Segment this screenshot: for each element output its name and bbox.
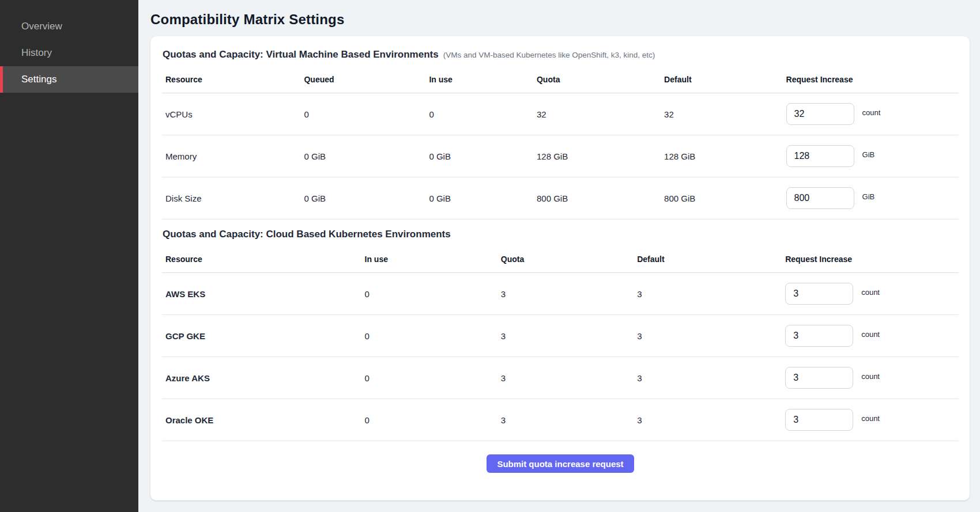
- submit-quota-increase-button[interactable]: Submit quota increase request: [487, 454, 634, 473]
- cell-quota: 3: [497, 331, 634, 341]
- k8s-section-title: Quotas and Capacity: Cloud Based Kuberne…: [163, 229, 451, 240]
- cell-resource: Memory: [162, 151, 300, 161]
- cell-default: 800 GiB: [661, 194, 782, 203]
- column-header-resource: Resource: [162, 247, 361, 272]
- sidebar: OverviewHistorySettings: [0, 0, 138, 512]
- request-increase-cell: count: [783, 103, 959, 125]
- cell-in-use: 0: [361, 331, 497, 341]
- submit-row: Submit quota increase request: [162, 441, 959, 486]
- quota-increase-input-aws-eks[interactable]: [785, 283, 853, 305]
- table-row-vcpus: vCPUs003232count: [162, 93, 959, 135]
- cell-resource: GCP GKE: [162, 331, 361, 341]
- request-increase-cell: count: [782, 367, 959, 389]
- cell-in-use: 0: [361, 373, 497, 383]
- quota-increase-input-oracle-oke[interactable]: [785, 409, 853, 431]
- table-row-disk-size: Disk Size0 GiB0 GiB800 GiB800 GiBGiB: [162, 177, 959, 219]
- cell-resource: vCPUs: [162, 109, 300, 119]
- k8s-table-header-row: ResourceIn useQuotaDefaultRequest Increa…: [162, 247, 959, 273]
- cell-resource: Azure AKS: [162, 373, 361, 383]
- app-root: OverviewHistorySettings Compatibility Ma…: [0, 0, 980, 512]
- cell-default: 3: [634, 331, 782, 341]
- column-header-quota: Quota: [533, 67, 661, 93]
- request-increase-cell: GiB: [783, 187, 959, 209]
- table-row-aws-eks: AWS EKS033count: [162, 273, 959, 315]
- table-row-azure-aks: Azure AKS033count: [162, 357, 959, 399]
- cell-quota: 32: [533, 109, 661, 119]
- page-title: Compatibility Matrix Settings: [150, 12, 970, 28]
- cell-default: 32: [661, 109, 782, 119]
- table-row-oracle-oke: Oracle OKE033count: [162, 399, 959, 441]
- sidebar-item-overview[interactable]: Overview: [0, 13, 138, 40]
- cell-resource: Disk Size: [162, 194, 300, 203]
- cell-default: 3: [634, 289, 782, 299]
- cell-in-use: 0: [425, 109, 533, 119]
- unit-label: GiB: [862, 192, 875, 201]
- cell-quota: 3: [497, 373, 634, 383]
- k8s-section-header: Quotas and Capacity: Cloud Based Kuberne…: [163, 229, 955, 240]
- unit-label: count: [861, 288, 880, 297]
- cell-in-use: 0 GiB: [425, 151, 533, 161]
- quota-increase-input-disk-size[interactable]: [786, 187, 854, 209]
- cell-quota: 800 GiB: [533, 194, 661, 203]
- cell-quota: 128 GiB: [533, 151, 661, 161]
- unit-label: count: [861, 330, 880, 339]
- column-header-queued: Queued: [300, 67, 425, 93]
- column-header-request-increase: Request Increase: [782, 247, 959, 272]
- unit-label: count: [861, 414, 880, 423]
- request-increase-cell: count: [782, 325, 959, 347]
- unit-label: count: [861, 372, 880, 381]
- table-row-gcp-gke: GCP GKE033count: [162, 315, 959, 357]
- vm-table-header-row: ResourceQueuedIn useQuotaDefaultRequest …: [162, 67, 959, 93]
- column-header-in-use: In use: [425, 67, 533, 93]
- quota-increase-input-azure-aks[interactable]: [785, 367, 853, 389]
- unit-label: GiB: [862, 150, 875, 159]
- request-increase-cell: GiB: [783, 145, 959, 167]
- sidebar-item-settings[interactable]: Settings: [0, 66, 138, 93]
- cell-default: 128 GiB: [661, 151, 782, 161]
- cell-queued: 0 GiB: [300, 151, 425, 161]
- quota-increase-input-gcp-gke[interactable]: [785, 325, 853, 347]
- request-increase-cell: count: [782, 409, 959, 431]
- request-increase-cell: count: [782, 283, 959, 305]
- unit-label: count: [862, 108, 881, 117]
- cell-quota: 3: [497, 415, 634, 425]
- column-header-quota: Quota: [497, 247, 634, 272]
- settings-card: Quotas and Capacity: Virtual Machine Bas…: [150, 36, 970, 500]
- vm-section-subtitle: (VMs and VM-based Kubernetes like OpenSh…: [443, 51, 655, 59]
- cell-resource: Oracle OKE: [162, 415, 361, 425]
- cell-in-use: 0: [361, 415, 497, 425]
- quota-increase-input-memory[interactable]: [786, 145, 854, 167]
- k8s-quota-table: ResourceIn useQuotaDefaultRequest Increa…: [162, 247, 959, 441]
- cell-resource: AWS EKS: [162, 289, 361, 299]
- column-header-default: Default: [661, 67, 782, 93]
- column-header-request-increase: Request Increase: [783, 67, 959, 93]
- quota-increase-input-vcpus[interactable]: [786, 103, 854, 125]
- column-header-default: Default: [634, 247, 782, 272]
- table-row-memory: Memory0 GiB0 GiB128 GiB128 GiBGiB: [162, 135, 959, 177]
- main-content: Compatibility Matrix Settings Quotas and…: [138, 0, 980, 512]
- cell-default: 3: [634, 373, 782, 383]
- vm-quota-table: ResourceQueuedIn useQuotaDefaultRequest …: [162, 67, 959, 219]
- sidebar-item-history[interactable]: History: [0, 40, 138, 66]
- vm-section-title: Quotas and Capacity: Virtual Machine Bas…: [163, 49, 439, 60]
- cell-queued: 0: [300, 109, 425, 119]
- vm-section-header: Quotas and Capacity: Virtual Machine Bas…: [163, 49, 955, 60]
- cell-in-use: 0 GiB: [425, 194, 533, 203]
- cell-quota: 3: [497, 289, 634, 299]
- column-header-in-use: In use: [361, 247, 497, 272]
- cell-default: 3: [634, 415, 782, 425]
- cell-in-use: 0: [361, 289, 497, 299]
- column-header-resource: Resource: [162, 67, 300, 93]
- cell-queued: 0 GiB: [300, 194, 425, 203]
